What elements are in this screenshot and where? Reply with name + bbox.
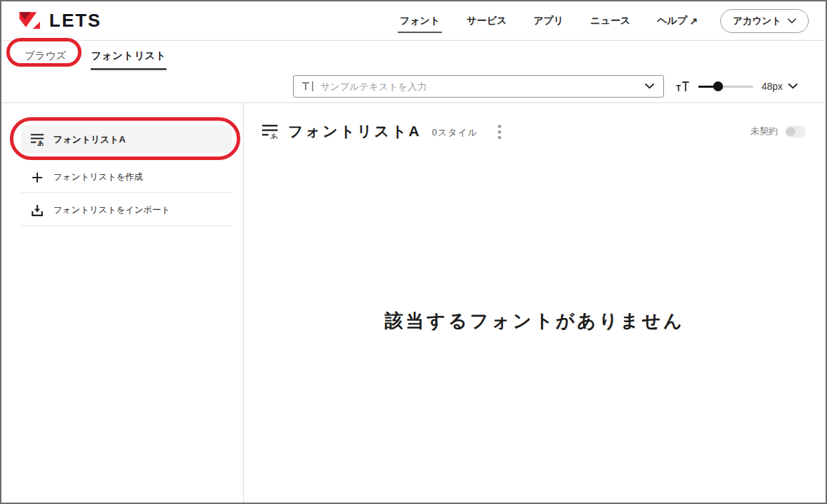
- kebab-menu-icon[interactable]: [497, 124, 502, 140]
- svg-text:あ: あ: [271, 132, 278, 140]
- font-size-value: 48px: [762, 81, 783, 92]
- content-area: あ フォントリストA フォントリストを作成: [1, 103, 826, 503]
- style-count: 0スタイル: [432, 126, 478, 139]
- chevron-down-icon: [788, 18, 796, 24]
- sidebar-divider: [21, 192, 232, 193]
- sidebar-item-label: フォントリストを作成: [53, 171, 143, 183]
- font-size-slider[interactable]: [698, 81, 753, 91]
- slider-thumb[interactable]: [713, 81, 723, 91]
- sidebar-item-import-fontlist[interactable]: フォントリストをインポート: [21, 196, 232, 225]
- lets-logo-icon: [18, 11, 42, 31]
- account-button[interactable]: アカウント: [720, 9, 809, 33]
- nav-item-help[interactable]: ヘルプ↗: [657, 1, 698, 40]
- font-size-dropdown-chevron-icon[interactable]: [788, 84, 797, 89]
- tab-browse[interactable]: ブラウズ: [25, 41, 66, 70]
- nav-item-service[interactable]: サービス: [467, 1, 507, 40]
- main-nav: フォント サービス アプリ ニュース ヘルプ↗: [400, 1, 698, 40]
- app-header: LETS フォント サービス アプリ ニュース ヘルプ↗ アカウント: [1, 1, 826, 41]
- account-button-label: アカウント: [733, 15, 781, 27]
- sidebar-item-fontlist-a[interactable]: あ フォントリストA: [21, 126, 232, 153]
- font-list-sidebar: あ フォントリストA フォントリストを作成: [1, 103, 244, 503]
- toggle-knob: [786, 127, 795, 136]
- font-list-main-panel: あ フォントリストA 0スタイル 未契約 該当するフォントがありません: [244, 103, 826, 503]
- font-list-icon: あ: [30, 133, 44, 146]
- contract-filter-group: 未契約: [750, 125, 806, 138]
- import-icon: [30, 205, 44, 216]
- sidebar-item-label: フォントリストをインポート: [53, 204, 170, 216]
- sidebar-item-create-fontlist[interactable]: フォントリストを作成: [21, 163, 232, 192]
- external-link-icon: ↗: [689, 15, 698, 27]
- svg-text:あ: あ: [37, 140, 44, 146]
- tab-fontlist[interactable]: フォントリスト: [91, 41, 166, 70]
- plus-icon: [30, 172, 44, 183]
- contract-status-label: 未契約: [750, 125, 778, 138]
- view-tabs: ブラウズ フォントリスト: [1, 41, 826, 70]
- sample-text-input[interactable]: [320, 81, 645, 92]
- nav-item-font[interactable]: フォント: [400, 1, 440, 40]
- logo-text: LETS: [49, 10, 101, 32]
- empty-state-message: 該当するフォントがありません: [244, 309, 826, 333]
- lets-app-window: LETS フォント サービス アプリ ニュース ヘルプ↗ アカウント ブラウズ …: [0, 0, 827, 504]
- font-list-icon: あ: [261, 124, 279, 139]
- sample-text-combobox[interactable]: [293, 75, 664, 98]
- lets-logo[interactable]: LETS: [18, 10, 101, 32]
- text-input-icon: [301, 81, 314, 92]
- toolbar: 48px: [1, 70, 826, 103]
- font-size-controls: 48px: [676, 70, 826, 102]
- sidebar-item-label: フォントリストA: [53, 133, 126, 146]
- font-size-icon: [676, 81, 690, 92]
- contract-toggle[interactable]: [785, 126, 806, 138]
- font-list-title: フォントリストA: [288, 121, 422, 141]
- nav-item-app[interactable]: アプリ: [533, 1, 564, 40]
- sidebar-divider: [21, 225, 232, 226]
- font-list-header: あ フォントリストA 0スタイル 未契約: [244, 103, 826, 141]
- sample-text-dropdown-chevron-icon[interactable]: [645, 84, 654, 89]
- nav-item-news[interactable]: ニュース: [590, 1, 630, 40]
